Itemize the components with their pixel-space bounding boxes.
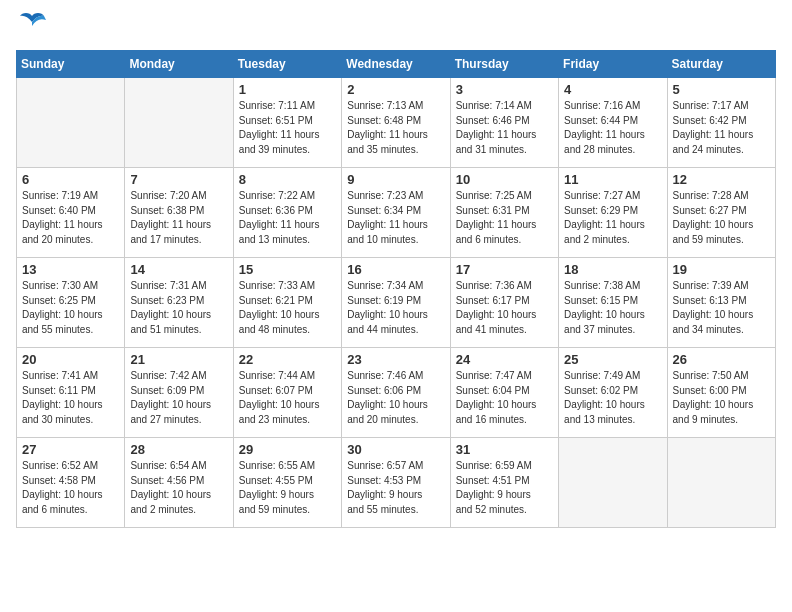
- calendar-cell: 29Sunrise: 6:55 AM Sunset: 4:55 PM Dayli…: [233, 438, 341, 528]
- day-number: 6: [22, 172, 119, 187]
- day-number: 9: [347, 172, 444, 187]
- day-info: Sunrise: 7:33 AM Sunset: 6:21 PM Dayligh…: [239, 279, 336, 337]
- day-number: 5: [673, 82, 770, 97]
- day-number: 29: [239, 442, 336, 457]
- day-number: 22: [239, 352, 336, 367]
- day-info: Sunrise: 7:44 AM Sunset: 6:07 PM Dayligh…: [239, 369, 336, 427]
- day-number: 26: [673, 352, 770, 367]
- day-info: Sunrise: 7:47 AM Sunset: 6:04 PM Dayligh…: [456, 369, 553, 427]
- calendar-week-1: 1Sunrise: 7:11 AM Sunset: 6:51 PM Daylig…: [17, 78, 776, 168]
- day-number: 30: [347, 442, 444, 457]
- day-number: 16: [347, 262, 444, 277]
- day-number: 2: [347, 82, 444, 97]
- day-number: 24: [456, 352, 553, 367]
- calendar-header-row: SundayMondayTuesdayWednesdayThursdayFrid…: [17, 51, 776, 78]
- calendar-cell: 5Sunrise: 7:17 AM Sunset: 6:42 PM Daylig…: [667, 78, 775, 168]
- col-header-sunday: Sunday: [17, 51, 125, 78]
- day-info: Sunrise: 7:30 AM Sunset: 6:25 PM Dayligh…: [22, 279, 119, 337]
- day-info: Sunrise: 7:13 AM Sunset: 6:48 PM Dayligh…: [347, 99, 444, 157]
- day-number: 27: [22, 442, 119, 457]
- col-header-thursday: Thursday: [450, 51, 558, 78]
- calendar-cell: 31Sunrise: 6:59 AM Sunset: 4:51 PM Dayli…: [450, 438, 558, 528]
- day-number: 12: [673, 172, 770, 187]
- calendar-week-5: 27Sunrise: 6:52 AM Sunset: 4:58 PM Dayli…: [17, 438, 776, 528]
- calendar-table: SundayMondayTuesdayWednesdayThursdayFrid…: [16, 50, 776, 528]
- day-number: 21: [130, 352, 227, 367]
- calendar-cell: 2Sunrise: 7:13 AM Sunset: 6:48 PM Daylig…: [342, 78, 450, 168]
- day-number: 11: [564, 172, 661, 187]
- calendar-cell: 30Sunrise: 6:57 AM Sunset: 4:53 PM Dayli…: [342, 438, 450, 528]
- day-info: Sunrise: 7:23 AM Sunset: 6:34 PM Dayligh…: [347, 189, 444, 247]
- day-info: Sunrise: 7:36 AM Sunset: 6:17 PM Dayligh…: [456, 279, 553, 337]
- day-info: Sunrise: 7:11 AM Sunset: 6:51 PM Dayligh…: [239, 99, 336, 157]
- logo: [16, 16, 46, 40]
- calendar-cell: 23Sunrise: 7:46 AM Sunset: 6:06 PM Dayli…: [342, 348, 450, 438]
- calendar-cell: 9Sunrise: 7:23 AM Sunset: 6:34 PM Daylig…: [342, 168, 450, 258]
- day-info: Sunrise: 7:34 AM Sunset: 6:19 PM Dayligh…: [347, 279, 444, 337]
- day-info: Sunrise: 7:31 AM Sunset: 6:23 PM Dayligh…: [130, 279, 227, 337]
- day-number: 28: [130, 442, 227, 457]
- day-info: Sunrise: 7:22 AM Sunset: 6:36 PM Dayligh…: [239, 189, 336, 247]
- day-number: 10: [456, 172, 553, 187]
- calendar-cell: 19Sunrise: 7:39 AM Sunset: 6:13 PM Dayli…: [667, 258, 775, 348]
- day-info: Sunrise: 7:42 AM Sunset: 6:09 PM Dayligh…: [130, 369, 227, 427]
- day-info: Sunrise: 7:17 AM Sunset: 6:42 PM Dayligh…: [673, 99, 770, 157]
- calendar-cell: 25Sunrise: 7:49 AM Sunset: 6:02 PM Dayli…: [559, 348, 667, 438]
- day-info: Sunrise: 7:14 AM Sunset: 6:46 PM Dayligh…: [456, 99, 553, 157]
- col-header-saturday: Saturday: [667, 51, 775, 78]
- calendar-cell: 26Sunrise: 7:50 AM Sunset: 6:00 PM Dayli…: [667, 348, 775, 438]
- calendar-cell: 28Sunrise: 6:54 AM Sunset: 4:56 PM Dayli…: [125, 438, 233, 528]
- day-number: 15: [239, 262, 336, 277]
- calendar-cell: 22Sunrise: 7:44 AM Sunset: 6:07 PM Dayli…: [233, 348, 341, 438]
- day-info: Sunrise: 6:52 AM Sunset: 4:58 PM Dayligh…: [22, 459, 119, 517]
- calendar-cell: 21Sunrise: 7:42 AM Sunset: 6:09 PM Dayli…: [125, 348, 233, 438]
- day-info: Sunrise: 6:59 AM Sunset: 4:51 PM Dayligh…: [456, 459, 553, 517]
- day-info: Sunrise: 7:46 AM Sunset: 6:06 PM Dayligh…: [347, 369, 444, 427]
- day-number: 19: [673, 262, 770, 277]
- day-number: 18: [564, 262, 661, 277]
- day-number: 13: [22, 262, 119, 277]
- calendar-cell: 20Sunrise: 7:41 AM Sunset: 6:11 PM Dayli…: [17, 348, 125, 438]
- day-number: 25: [564, 352, 661, 367]
- calendar-cell: 15Sunrise: 7:33 AM Sunset: 6:21 PM Dayli…: [233, 258, 341, 348]
- calendar-week-2: 6Sunrise: 7:19 AM Sunset: 6:40 PM Daylig…: [17, 168, 776, 258]
- day-number: 14: [130, 262, 227, 277]
- calendar-cell: 4Sunrise: 7:16 AM Sunset: 6:44 PM Daylig…: [559, 78, 667, 168]
- day-info: Sunrise: 7:25 AM Sunset: 6:31 PM Dayligh…: [456, 189, 553, 247]
- calendar-cell: 17Sunrise: 7:36 AM Sunset: 6:17 PM Dayli…: [450, 258, 558, 348]
- calendar-cell: 18Sunrise: 7:38 AM Sunset: 6:15 PM Dayli…: [559, 258, 667, 348]
- calendar-cell: 3Sunrise: 7:14 AM Sunset: 6:46 PM Daylig…: [450, 78, 558, 168]
- calendar-week-4: 20Sunrise: 7:41 AM Sunset: 6:11 PM Dayli…: [17, 348, 776, 438]
- calendar-cell: 12Sunrise: 7:28 AM Sunset: 6:27 PM Dayli…: [667, 168, 775, 258]
- calendar-cell: 13Sunrise: 7:30 AM Sunset: 6:25 PM Dayli…: [17, 258, 125, 348]
- day-info: Sunrise: 7:50 AM Sunset: 6:00 PM Dayligh…: [673, 369, 770, 427]
- day-number: 4: [564, 82, 661, 97]
- day-number: 23: [347, 352, 444, 367]
- col-header-friday: Friday: [559, 51, 667, 78]
- day-info: Sunrise: 7:28 AM Sunset: 6:27 PM Dayligh…: [673, 189, 770, 247]
- calendar-cell: 14Sunrise: 7:31 AM Sunset: 6:23 PM Dayli…: [125, 258, 233, 348]
- day-info: Sunrise: 7:20 AM Sunset: 6:38 PM Dayligh…: [130, 189, 227, 247]
- day-number: 1: [239, 82, 336, 97]
- day-number: 20: [22, 352, 119, 367]
- calendar-cell: 7Sunrise: 7:20 AM Sunset: 6:38 PM Daylig…: [125, 168, 233, 258]
- day-number: 3: [456, 82, 553, 97]
- day-info: Sunrise: 7:49 AM Sunset: 6:02 PM Dayligh…: [564, 369, 661, 427]
- calendar-cell: 27Sunrise: 6:52 AM Sunset: 4:58 PM Dayli…: [17, 438, 125, 528]
- day-info: Sunrise: 6:54 AM Sunset: 4:56 PM Dayligh…: [130, 459, 227, 517]
- calendar-week-3: 13Sunrise: 7:30 AM Sunset: 6:25 PM Dayli…: [17, 258, 776, 348]
- day-info: Sunrise: 6:57 AM Sunset: 4:53 PM Dayligh…: [347, 459, 444, 517]
- calendar-cell: 10Sunrise: 7:25 AM Sunset: 6:31 PM Dayli…: [450, 168, 558, 258]
- day-info: Sunrise: 7:39 AM Sunset: 6:13 PM Dayligh…: [673, 279, 770, 337]
- day-info: Sunrise: 7:38 AM Sunset: 6:15 PM Dayligh…: [564, 279, 661, 337]
- calendar-cell: [125, 78, 233, 168]
- logo-bird-icon: [18, 12, 46, 40]
- calendar-cell: 16Sunrise: 7:34 AM Sunset: 6:19 PM Dayli…: [342, 258, 450, 348]
- col-header-monday: Monday: [125, 51, 233, 78]
- calendar-cell: [559, 438, 667, 528]
- calendar-cell: 24Sunrise: 7:47 AM Sunset: 6:04 PM Dayli…: [450, 348, 558, 438]
- day-number: 7: [130, 172, 227, 187]
- calendar-cell: 11Sunrise: 7:27 AM Sunset: 6:29 PM Dayli…: [559, 168, 667, 258]
- page-header: [16, 16, 776, 40]
- day-info: Sunrise: 7:41 AM Sunset: 6:11 PM Dayligh…: [22, 369, 119, 427]
